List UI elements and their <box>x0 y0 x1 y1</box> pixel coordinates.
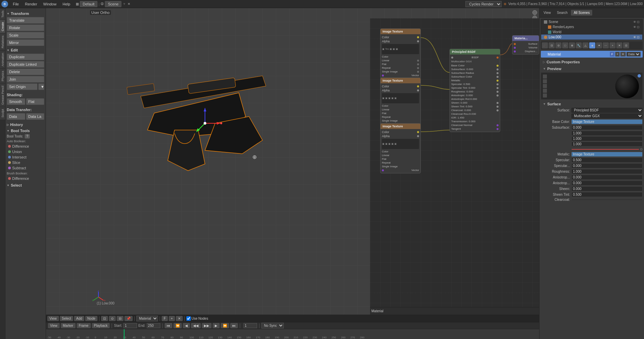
mirror-button[interactable]: Mirror <box>7 39 44 46</box>
preview-ctrl-1[interactable] <box>543 75 547 79</box>
node-image-texture-3[interactable]: Image Texture Color Alpha ▣ ▣ ▣ ▣ ▣ <box>380 123 421 173</box>
node-remove-material-btn[interactable]: ✕ <box>176 316 183 321</box>
translate-button[interactable]: Translate <box>7 17 44 24</box>
node-node-btn[interactable]: Node <box>85 316 97 321</box>
renderlayers-render-icon[interactable]: ⊡ <box>637 25 640 29</box>
sheen-value[interactable]: 0.000 <box>571 186 643 191</box>
outliner-low000[interactable]: Low.000 👁 ⊡ <box>541 35 642 40</box>
node-material-select[interactable]: Material <box>136 316 158 321</box>
history-section-header[interactable]: ▷ History <box>7 123 44 127</box>
timeline-marker-btn[interactable]: Marker <box>61 323 75 328</box>
next-frame-btn[interactable]: ⏩ <box>221 323 229 328</box>
tab-relations[interactable]: Relations <box>0 33 5 50</box>
distribution-select[interactable]: Multiscatter GGX <box>571 113 643 119</box>
bool-tools-help[interactable]: ? <box>25 134 30 139</box>
timeline-playback-btn[interactable]: Playback <box>92 323 110 328</box>
tab-search[interactable]: Search <box>554 10 571 16</box>
outliner-scene[interactable]: Scene 👁 ⊡ <box>541 19 642 24</box>
material-remove-btn[interactable]: ✕ <box>620 52 626 57</box>
custom-props-header[interactable]: ▷ Custom Properties <box>541 59 643 65</box>
metallic-value[interactable]: Image Texture <box>571 152 643 157</box>
next-keyframe-btn[interactable]: ▶ <box>213 323 220 328</box>
start-frame-input[interactable] <box>123 323 137 328</box>
anisotrop-value[interactable]: 0.000 <box>571 175 643 180</box>
add-props-icon[interactable]: + <box>610 42 616 48</box>
surface-type-select[interactable]: Principled BSDF <box>571 108 643 113</box>
duplicate-linked-button[interactable]: Duplicate Linked <box>7 61 44 68</box>
bool-subtract-item[interactable]: Subtract <box>7 165 44 171</box>
node-material-output[interactable]: Materia... Surface Volume Displace... <box>512 35 539 55</box>
physics-props-icon[interactable]: ⋯ <box>603 42 609 48</box>
data-type-select[interactable]: Data <box>626 52 641 57</box>
preview-ctrl-3[interactable] <box>543 84 547 88</box>
constraint-props-icon[interactable]: ⊕ <box>569 42 575 48</box>
subsurface-color-swatch[interactable] <box>571 149 639 150</box>
use-nodes-checkbox[interactable] <box>186 316 191 321</box>
preview-right-btn-1[interactable] <box>638 74 641 78</box>
delete-button[interactable]: Delete <box>7 68 44 75</box>
node-add-btn[interactable]: Add <box>74 316 84 321</box>
timeline-view-btn[interactable]: View <box>48 323 60 328</box>
node-image-texture-1[interactable]: Image Texture Color Alpha ▣ Tex ▣ ▣ ▣ <box>380 28 421 79</box>
prev-frame-btn[interactable]: ⏪ <box>174 323 182 328</box>
tab-grease-pencil[interactable]: Grease Pencil <box>0 83 5 107</box>
outliner-renderlayers[interactable]: RenderLayers 👁 ⊡ <box>541 24 642 29</box>
tab-sculpt[interactable]: Sculpt <box>0 107 5 120</box>
tab-view[interactable]: View <box>541 10 554 16</box>
node-lines-icon[interactable]: ⊟ <box>117 316 123 321</box>
brush-difference-item[interactable]: Difference <box>7 176 44 181</box>
rotate-button[interactable]: Rotate <box>7 24 44 31</box>
roughness-value[interactable]: 1.000 <box>571 169 643 174</box>
particle-props-icon[interactable]: ✦ <box>596 42 602 48</box>
modifier-props-icon[interactable]: 🔧 <box>576 42 582 48</box>
duplicate-button[interactable]: Duplicate <box>7 54 44 60</box>
scene-selector[interactable]: Scene <box>105 1 121 7</box>
sync-select[interactable]: No Sync <box>261 323 284 329</box>
scene-vis-icon[interactable]: 👁 <box>633 20 636 24</box>
material-browse-btn[interactable]: F <box>610 52 615 57</box>
set-origin-dropdown[interactable]: ▼ <box>38 83 44 90</box>
scene-render-icon[interactable]: ⊡ <box>637 20 640 24</box>
nav-zoom-icon[interactable] <box>532 10 537 15</box>
transform-section-header[interactable]: ▼ Transform <box>7 12 44 16</box>
menu-render[interactable]: Render <box>22 1 40 7</box>
jump-end-btn[interactable]: ⏭ <box>230 323 238 328</box>
menu-file[interactable]: File <box>10 1 22 7</box>
outliner-world[interactable]: World <box>541 29 642 35</box>
base-color-value[interactable]: Image Texture <box>571 119 643 124</box>
low-render-icon[interactable]: ⊡ <box>637 36 640 39</box>
select-section-header[interactable]: ▼ Select <box>7 183 44 187</box>
node-principled-bsdf[interactable]: Principled BSDF BSDF Multiscatter GGX Ba… <box>450 49 500 132</box>
play-btn[interactable]: ▶▶ <box>202 323 211 328</box>
renderlayers-icon2[interactable]: 👁 <box>633 25 636 29</box>
bool-difference-item[interactable]: Difference <box>7 144 44 149</box>
props-icon-13[interactable]: ⊡ <box>623 42 629 48</box>
jump-start-btn[interactable]: ⏮ <box>165 323 172 328</box>
specular-value[interactable]: 0.500 <box>571 157 643 163</box>
menu-window[interactable]: Window <box>41 1 59 7</box>
object-props-icon[interactable]: □ <box>562 42 568 48</box>
clearcoat-value[interactable] <box>571 199 643 200</box>
preview-ctrl-5[interactable] <box>543 93 547 98</box>
material-props-icon[interactable]: ◈ <box>589 42 595 48</box>
data-props-icon[interactable]: △ <box>582 42 589 48</box>
bool-union-item[interactable]: Union <box>7 149 44 154</box>
end-frame-input[interactable] <box>147 323 160 328</box>
edit-section-header[interactable]: ▼ Edit <box>7 48 44 52</box>
subsurface-g-value[interactable]: 1.000 <box>571 136 643 141</box>
surface-header[interactable]: ▼ Surface <box>541 101 643 107</box>
flat-button[interactable]: Flat <box>26 98 45 105</box>
scene-props-icon[interactable]: ⊡ <box>549 42 555 48</box>
smooth-button[interactable]: Smooth <box>7 98 25 105</box>
preview-ctrl-2[interactable] <box>543 79 547 83</box>
anisotrop2-value[interactable]: 0.000 <box>571 181 643 186</box>
preview-header[interactable]: ▼ Preview <box>541 66 643 72</box>
bool-slice-item[interactable]: Slice <box>7 160 44 165</box>
material-add-btn[interactable]: + <box>615 52 620 57</box>
tab-all-scenes[interactable]: All Scenes <box>571 10 592 16</box>
prev-keyframe-btn[interactable]: ◀ <box>183 323 190 328</box>
low-vis-icon[interactable]: 👁 <box>633 36 636 39</box>
node-image-texture-2[interactable]: Image Texture Color Alpha ▣ ▣ ▣ ▣ ▣ <box>380 78 421 128</box>
play-reverse-btn[interactable]: ◀◀ <box>191 323 201 328</box>
timeline-frame-btn[interactable]: Frame <box>77 323 91 328</box>
